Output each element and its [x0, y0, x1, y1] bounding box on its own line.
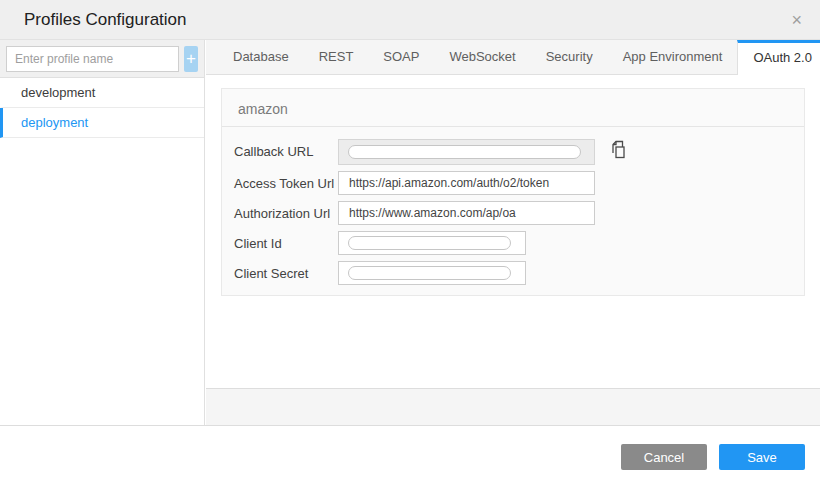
tab-security[interactable]: Security: [531, 40, 608, 74]
authorization-url-input[interactable]: [338, 201, 595, 225]
copy-icon: [609, 140, 628, 163]
tab-rest[interactable]: REST: [304, 40, 369, 74]
panel-footer-strip: [206, 388, 820, 425]
profile-input-row: +: [0, 40, 204, 78]
callback-url-field[interactable]: [338, 139, 595, 165]
sidebar-item-deployment[interactable]: deployment: [0, 108, 204, 138]
dialog-header: Profiles Configuration ×: [0, 0, 820, 40]
tab-database[interactable]: Database: [218, 40, 304, 74]
field-row-access-token-url: Access Token Url: [234, 168, 792, 198]
add-profile-button[interactable]: +: [184, 46, 198, 72]
profiles-sidebar: + development deployment: [0, 40, 205, 425]
tab-app-environment[interactable]: App Environment: [608, 40, 738, 74]
callback-url-label: Callback URL: [234, 144, 338, 159]
tab-bar: Database REST SOAP WebSocket Security Ap…: [206, 40, 820, 75]
field-row-client-secret: Client Secret: [234, 258, 792, 288]
sidebar-item-development[interactable]: development: [0, 78, 204, 108]
access-token-url-input[interactable]: [338, 171, 595, 195]
dialog-footer: Cancel Save: [0, 425, 820, 484]
authorization-url-label: Authorization Url: [234, 206, 338, 221]
client-secret-label: Client Secret: [234, 266, 338, 281]
client-secret-field[interactable]: [338, 261, 526, 285]
redacted-value: [348, 236, 511, 250]
copy-button[interactable]: [609, 140, 628, 163]
redacted-value: [348, 266, 511, 280]
field-row-callback-url: Callback URL: [234, 135, 792, 168]
oauth-provider-panel: amazon Callback URL: [221, 88, 805, 296]
profile-name-input[interactable]: [6, 46, 179, 72]
tab-websocket[interactable]: WebSocket: [434, 40, 530, 74]
client-id-field[interactable]: [338, 231, 526, 255]
client-id-label: Client Id: [234, 236, 338, 251]
field-row-authorization-url: Authorization Url: [234, 198, 792, 228]
provider-name: amazon: [222, 89, 804, 127]
access-token-url-label: Access Token Url: [234, 176, 338, 191]
tab-oauth-2-0[interactable]: OAuth 2.0: [737, 40, 820, 75]
tab-soap[interactable]: SOAP: [368, 40, 434, 74]
oauth-fields: Callback URL: [222, 127, 804, 296]
redacted-value: [348, 145, 581, 159]
close-icon[interactable]: ×: [791, 11, 820, 29]
profiles-configuration-dialog: Profiles Configuration × + development d…: [0, 0, 820, 484]
field-row-client-id: Client Id: [234, 228, 792, 258]
cancel-button[interactable]: Cancel: [621, 444, 707, 470]
save-button[interactable]: Save: [719, 444, 805, 470]
dialog-title: Profiles Configuration: [0, 10, 187, 30]
main-panel: Database REST SOAP WebSocket Security Ap…: [206, 40, 820, 425]
